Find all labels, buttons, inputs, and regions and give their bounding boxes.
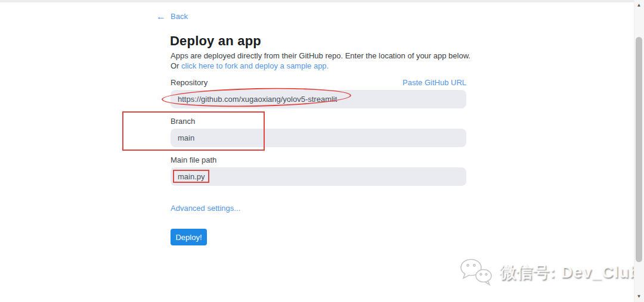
sample-app-line: Or click here to fork and deploy a sampl…: [171, 61, 329, 70]
or-prefix: Or: [171, 61, 181, 70]
wechat-icon: [459, 257, 494, 287]
sample-app-link[interactable]: click here to fork and deploy a sample a…: [181, 61, 329, 70]
watermark: 微信号: Dev_Club: [459, 257, 640, 287]
scrollbar-up-icon[interactable]: ▲: [634, 1, 644, 10]
main-file-path-input[interactable]: [171, 167, 466, 186]
page-title: Deploy an app: [170, 33, 261, 49]
deploy-app-page: ← Back Deploy an app Apps are deployed d…: [0, 0, 644, 302]
description-text: Apps are deployed directly from their Gi…: [171, 51, 470, 60]
paste-github-url-link[interactable]: Paste GitHub URL: [402, 78, 466, 87]
repository-label: Repository: [171, 78, 208, 87]
scrollbar-thumb[interactable]: [636, 37, 642, 262]
main-file-path-label: Main file path: [171, 155, 216, 164]
back-link[interactable]: ← Back: [156, 12, 188, 21]
advanced-settings-link[interactable]: Advanced settings...: [171, 204, 240, 213]
branch-label: Branch: [171, 117, 195, 126]
deploy-button[interactable]: Deploy!: [171, 229, 207, 245]
repository-input[interactable]: [171, 90, 466, 108]
back-link-label: Back: [171, 12, 188, 21]
watermark-text: 微信号: Dev_Club: [500, 261, 640, 283]
top-border-strip: [0, 0, 634, 2]
branch-input[interactable]: [171, 129, 466, 147]
back-arrow-icon: ←: [156, 13, 166, 21]
scrollbar-down-icon[interactable]: ▼: [634, 292, 644, 301]
